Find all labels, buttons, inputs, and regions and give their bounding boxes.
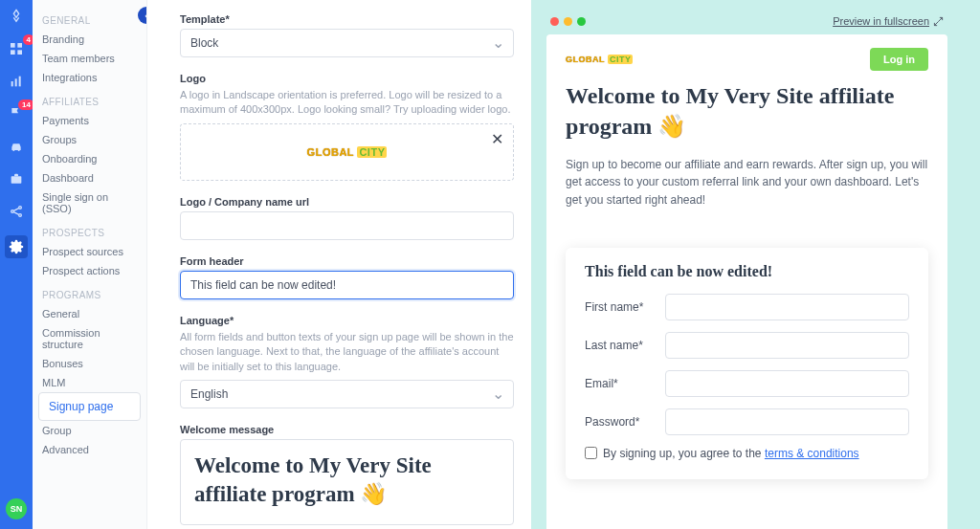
- sidebar-group-head: AFFILIATES: [42, 97, 137, 107]
- sidebar-item-prospect-actions[interactable]: Prospect actions: [38, 261, 141, 280]
- nav-settings-icon[interactable]: [5, 235, 28, 258]
- svg-rect-4: [11, 81, 13, 86]
- svg-point-11: [19, 207, 22, 209]
- welcome-heading: Welcome to My Very Site affiliate progra…: [194, 452, 500, 509]
- first-name-label: First name*: [585, 300, 654, 314]
- logo-label: Logo: [180, 73, 514, 84]
- sidebar-item-group[interactable]: Group: [38, 421, 141, 440]
- preview-body: GLOBAL CITY Log in Welcome to My Very Si…: [546, 34, 947, 529]
- sidebar: ‹ GENERALBrandingTeam membersIntegration…: [33, 0, 147, 529]
- nav-flag-icon[interactable]: 14: [8, 105, 25, 122]
- email-label: Email*: [585, 377, 654, 390]
- language-hint: All form fields and button texts of your…: [180, 330, 514, 374]
- window-chrome: Preview in fullscreen: [546, 15, 947, 34]
- svg-rect-9: [11, 176, 22, 183]
- remove-logo-icon[interactable]: ✕: [491, 130, 503, 148]
- sidebar-item-signup-page[interactable]: Signup page: [38, 392, 141, 421]
- svg-point-8: [18, 149, 20, 151]
- welcome-message-editor[interactable]: Welcome to My Very Site affiliate progra…: [180, 439, 514, 525]
- email-input[interactable]: [665, 370, 909, 397]
- sidebar-item-onboarding[interactable]: Onboarding: [38, 149, 141, 168]
- sidebar-item-payments[interactable]: Payments: [38, 111, 141, 130]
- preview-heading: Welcome to My Very Site affiliate progra…: [566, 80, 928, 143]
- svg-rect-6: [19, 77, 21, 87]
- sidebar-item-general[interactable]: General: [38, 304, 141, 323]
- agree-text: By signing up, you agree to the: [603, 447, 765, 460]
- chrome-max-icon: [577, 17, 586, 26]
- nav-car-icon[interactable]: [8, 138, 25, 155]
- sidebar-item-branding[interactable]: Branding: [38, 30, 141, 49]
- svg-rect-3: [17, 50, 22, 55]
- preview-column: Preview in fullscreen GLOBAL CITY Log in…: [531, 0, 980, 529]
- login-button[interactable]: Log in: [870, 48, 928, 71]
- sidebar-group-head: PROGRAMS: [42, 290, 137, 300]
- sidebar-group-head: PROSPECTS: [42, 228, 137, 238]
- svg-rect-5: [15, 78, 17, 86]
- logo-url-input[interactable]: [180, 211, 514, 240]
- preview-fullscreen-link[interactable]: Preview in fullscreen: [833, 15, 944, 27]
- preview-paragraph: Sign up to become our affiliate and earn…: [566, 156, 928, 209]
- welcome-label: Welcome message: [180, 424, 514, 435]
- form-header-label: Form header: [180, 255, 514, 267]
- form-column: Template* Block Logo A logo in Landscape…: [147, 0, 531, 529]
- sidebar-group-head: GENERAL: [42, 15, 137, 26]
- card-header: This field can be now edited!: [585, 263, 909, 280]
- logo-hint: A logo in Landscape orientation is prefe…: [180, 88, 514, 118]
- last-name-input[interactable]: [665, 332, 909, 359]
- form-header-input[interactable]: [180, 271, 514, 299]
- chrome-min-icon: [564, 17, 572, 26]
- icon-rail: 4 14 SN: [0, 0, 33, 529]
- sidebar-item-mlm[interactable]: MLM: [38, 373, 141, 392]
- template-select[interactable]: Block: [180, 29, 514, 57]
- svg-point-12: [19, 214, 22, 217]
- sidebar-item-integrations[interactable]: Integrations: [38, 68, 141, 87]
- agree-row: By signing up, you agree to the terms & …: [585, 447, 909, 460]
- logo-dropzone[interactable]: ✕ GLOBAL CITY: [180, 123, 514, 181]
- sidebar-item-single-sign-on-sso-[interactable]: Single sign on (SSO): [38, 187, 141, 218]
- preview-logo: GLOBAL CITY: [566, 55, 633, 64]
- svg-rect-0: [11, 43, 15, 48]
- sidebar-item-team-members[interactable]: Team members: [38, 49, 141, 68]
- svg-point-10: [11, 210, 14, 213]
- template-label: Template*: [180, 13, 514, 25]
- svg-rect-1: [17, 43, 22, 48]
- sidebar-item-advanced[interactable]: Advanced: [38, 440, 141, 459]
- sidebar-item-prospect-sources[interactable]: Prospect sources: [38, 242, 141, 261]
- logo-icon[interactable]: [8, 8, 25, 25]
- first-name-input[interactable]: [665, 294, 909, 320]
- logo-url-label: Logo / Company name url: [180, 196, 514, 208]
- nav-share-icon[interactable]: [8, 203, 25, 220]
- last-name-label: Last name*: [585, 339, 654, 352]
- svg-rect-2: [11, 50, 15, 55]
- logo-preview: GLOBAL CITY: [307, 146, 388, 158]
- nav-analytics-icon[interactable]: [8, 73, 25, 90]
- signup-card: This field can be now edited! First name…: [566, 248, 928, 479]
- nav-dashboard-icon[interactable]: 4: [8, 40, 25, 57]
- password-input[interactable]: [665, 408, 909, 435]
- chrome-close-icon: [550, 17, 559, 26]
- terms-link[interactable]: terms & conditions: [765, 447, 859, 460]
- password-label: Password*: [585, 415, 654, 429]
- avatar[interactable]: SN: [6, 498, 27, 519]
- sidebar-item-commission-structure[interactable]: Commission structure: [38, 323, 141, 354]
- sidebar-item-bonuses[interactable]: Bonuses: [38, 354, 141, 373]
- nav-briefcase-icon[interactable]: [8, 170, 25, 187]
- svg-point-7: [12, 149, 14, 151]
- sidebar-item-dashboard[interactable]: Dashboard: [38, 168, 141, 187]
- agree-checkbox[interactable]: [585, 447, 597, 459]
- language-label: Language*: [180, 315, 514, 326]
- language-select[interactable]: English: [180, 380, 514, 408]
- sidebar-item-groups[interactable]: Groups: [38, 130, 141, 149]
